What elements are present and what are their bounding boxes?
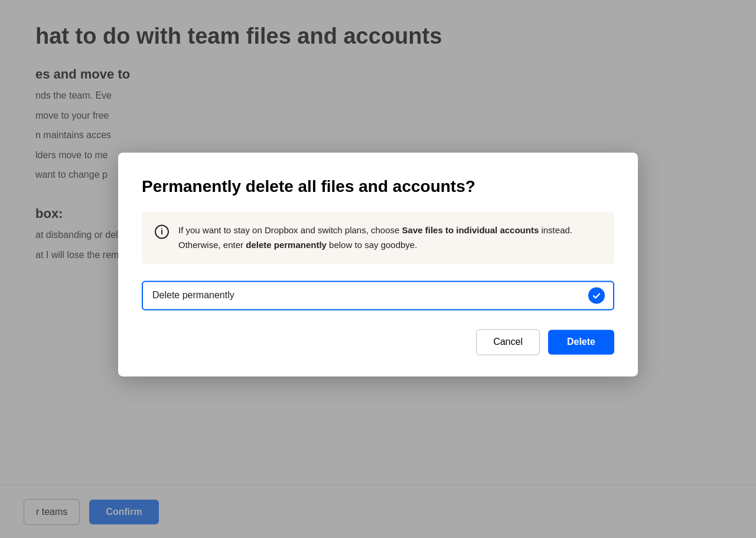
modal-actions: Cancel Delete — [142, 330, 614, 356]
info-icon: i — [155, 224, 169, 239]
delete-confirmation-modal: Permanently delete all files and account… — [118, 152, 638, 377]
delete-button[interactable]: Delete — [548, 330, 614, 355]
delete-permanently-input[interactable] — [142, 281, 614, 311]
info-box-text: If you want to stay on Dropbox and switc… — [178, 223, 601, 253]
modal-title: Permanently delete all files and account… — [142, 176, 614, 197]
info-box: i If you want to stay on Dropbox and swi… — [142, 211, 614, 265]
input-check-icon — [588, 288, 605, 304]
cancel-button[interactable]: Cancel — [476, 330, 540, 356]
confirm-input-row — [142, 281, 614, 311]
